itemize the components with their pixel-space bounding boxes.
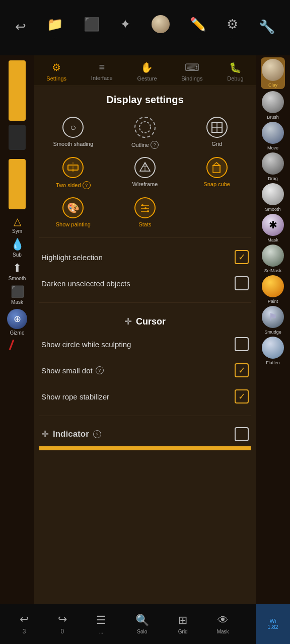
sidebar-item-move[interactable]: Move — [262, 122, 284, 150]
sidebar-item-selmask[interactable]: SelMask — [262, 245, 284, 273]
top-tool-layers[interactable]: ⬛ ... — [84, 17, 100, 39]
bottom-tool-redo[interactable]: ↪ 0 — [58, 613, 67, 635]
highlight-selection-checkbox[interactable]: ✓ — [235, 250, 249, 264]
drag-label: Drag — [268, 176, 278, 181]
indicator-checkbox[interactable] — [235, 427, 249, 441]
top-tool-settings[interactable]: ⚙ ... — [227, 17, 238, 39]
sidebar-item-mask[interactable]: ⬛ Mask — [11, 285, 24, 305]
icon-cell-grid[interactable]: Grid — [183, 117, 251, 149]
two-sided-help-icon[interactable]: ? — [83, 181, 91, 189]
smooth-left-label: Smooth — [9, 276, 26, 281]
icon-cell-outline[interactable]: Outline ? — [111, 117, 179, 149]
svg-rect-10 — [213, 166, 220, 173]
show-dot-help-icon[interactable]: ? — [96, 366, 104, 374]
svg-point-19 — [147, 210, 149, 212]
mask-left-label: Mask — [11, 299, 23, 305]
indicator-help-icon[interactable]: ? — [93, 430, 101, 438]
top-tool-sun[interactable]: ✦ ... — [120, 17, 131, 39]
toggle-row-highlight: Highlight selection ✓ — [39, 244, 251, 270]
divider-2 — [39, 302, 251, 303]
wireframe-label: Wireframe — [132, 181, 158, 187]
outline-label: Outline — [131, 142, 149, 148]
gizmo-icon: ⊕ — [7, 309, 27, 329]
cursor-title: Cursor — [136, 316, 166, 327]
show-circle-checkbox[interactable] — [235, 337, 249, 351]
sidebar-item-gizmo[interactable]: ⊕ Gizmo — [7, 309, 27, 336]
redo-count: 0 — [61, 628, 64, 635]
icon-cell-smooth-shading[interactable]: ○ Smooth shading — [39, 117, 107, 149]
sidebar-item-clay[interactable]: Clay — [261, 57, 285, 89]
move-ball-icon — [262, 122, 284, 144]
divider-1 — [39, 237, 251, 238]
show-rope-checkbox[interactable]: ✓ — [235, 389, 249, 404]
show-dot-checkbox[interactable]: ✓ — [235, 363, 249, 377]
sym-label: Sym — [12, 228, 22, 234]
layers-icon: ⬛ — [84, 17, 100, 32]
sidebar-item-smudge[interactable]: ⚑ Smudge — [262, 306, 284, 335]
smudge-label: Smudge — [264, 330, 281, 335]
display-icon-grid: ○ Smooth shading Outline ? — [39, 113, 251, 231]
solo-icon: 🔍 — [135, 614, 149, 627]
tab-bindings[interactable]: ⌨ Bindings — [177, 59, 206, 84]
show-painting-icon: 🎨 — [62, 197, 84, 218]
icon-cell-wireframe[interactable]: Wireframe — [111, 157, 179, 189]
tab-interface[interactable]: ≡ Interface — [87, 59, 117, 84]
smooth-shading-label: Smooth shading — [53, 141, 94, 147]
outline-help-icon[interactable]: ? — [151, 141, 159, 149]
indicator-section: ✛ Indicator ? — [39, 422, 251, 446]
sidebar-item-brush[interactable]: Brush — [262, 91, 284, 120]
sidebar-item-smooth[interactable]: ⬆ Smooth — [9, 262, 26, 281]
icon-cell-stats[interactable]: Stats — [111, 197, 179, 227]
menu-icon: ☰ — [96, 614, 106, 627]
color-swatch-yellow-1[interactable] — [9, 60, 26, 121]
bindings-tab-icon: ⌨ — [185, 61, 199, 73]
wireframe-icon — [134, 157, 156, 178]
sidebar-item-sym[interactable]: △ Sym — [12, 215, 22, 234]
sidebar-item-flatten[interactable]: Flatten — [262, 337, 284, 365]
version-badge: Wi 1.82 — [256, 604, 290, 644]
icon-cell-snap-cube[interactable]: Snap cube — [183, 157, 251, 189]
settings-gear-icon: ⚙ — [227, 17, 238, 32]
clay-ball-icon — [262, 59, 284, 81]
bottom-tool-mask[interactable]: 👁 Mask — [217, 614, 229, 634]
right-sidebar: Clay Brush Move Drag Smooth ✱ Mask SelMa… — [256, 55, 290, 604]
color-swatch-dark[interactable] — [9, 125, 26, 150]
bottom-tool-grid[interactable]: ⊞ Grid — [178, 614, 188, 634]
sym-icon: △ — [14, 215, 21, 227]
bottom-tool-undo[interactable]: ↩ 3 — [20, 613, 29, 635]
smooth-label: Smooth — [265, 207, 280, 212]
back-arrow-icon: ↩ — [15, 19, 26, 35]
tab-debug[interactable]: 🐛 Debug — [223, 59, 247, 84]
tab-settings[interactable]: ⚙ Settings — [42, 59, 70, 84]
settings-tab-icon: ⚙ — [52, 61, 61, 73]
move-label: Move — [267, 145, 278, 150]
icon-cell-two-sided[interactable]: Two sided ? — [39, 157, 107, 189]
top-tool-folder[interactable]: 📁 ... — [47, 17, 63, 39]
sidebar-item-sub[interactable]: 💧 Sub — [11, 238, 24, 258]
grid-bottom-icon: ⊞ — [178, 614, 187, 627]
top-tool-pen[interactable]: ✏️ ... — [190, 17, 206, 39]
version-wi-label: Wi — [270, 618, 276, 624]
top-tool-wrench[interactable]: 🔧 — [259, 19, 275, 37]
sub-icon: 💧 — [11, 238, 24, 251]
undo-count: 3 — [23, 628, 26, 635]
sidebar-item-smooth[interactable]: Smooth — [262, 183, 284, 212]
gesture-tab-icon: ✋ — [140, 61, 153, 73]
icon-cell-show-painting[interactable]: 🎨 Show painting — [39, 197, 107, 227]
flatten-ball-icon — [262, 337, 284, 359]
stats-icon — [134, 197, 156, 218]
sidebar-item-mask-right[interactable]: ✱ Mask — [262, 214, 284, 243]
top-tool-material[interactable]: ... — [152, 15, 170, 40]
color-swatch-yellow-2[interactable] — [9, 159, 26, 209]
sidebar-item-paint[interactable]: Paint — [262, 275, 284, 304]
tab-gesture[interactable]: ✋ Gesture — [133, 59, 161, 84]
bottom-tool-solo[interactable]: 🔍 Solo — [135, 614, 149, 634]
brush-stroke-item[interactable] — [7, 340, 27, 355]
sidebar-item-drag[interactable]: Drag — [262, 152, 284, 181]
darken-unselected-checkbox[interactable] — [235, 276, 249, 290]
debug-tab-icon: 🐛 — [229, 61, 242, 73]
top-tool-undo[interactable]: ↩ — [15, 19, 26, 37]
bottom-tool-menu[interactable]: ☰ ... — [96, 614, 106, 634]
version-number: 1.82 — [267, 624, 278, 630]
display-settings-title: Display settings — [39, 86, 251, 113]
